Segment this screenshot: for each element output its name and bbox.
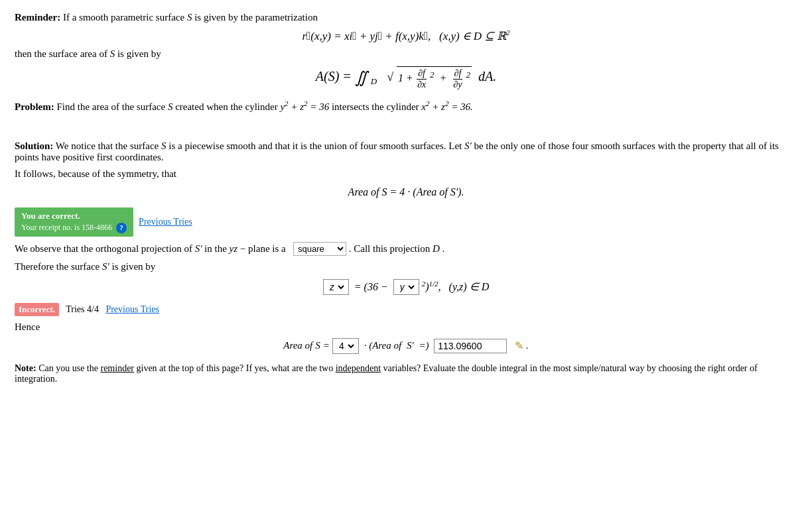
parametrization-formula: r⃗(x,y) = xi⃗ + yj⃗ + f(x,y)k⃗, (x,y) ∈ … [15,29,797,43]
solution-bold: Solution: [15,141,53,151]
reminder-S-var: S [187,12,192,23]
it-follows-line: It follows, because of the symmetry, tha… [15,168,797,180]
observe-yz: yz [230,243,238,254]
observe-text5: . [442,243,445,254]
observe-text3: − plane is a [240,243,286,254]
problem-text2: created when the cylinder [175,101,280,112]
solution-block: Solution: We notice that the surface S i… [15,141,797,163]
note-bold: Note: [15,363,36,373]
then-S: S [110,48,115,59]
problem-bold: Problem: [15,101,54,112]
area-final-text1: Area of [283,340,312,351]
incorrect-line: Incorrect. Tries 4/4 Previous Tries [15,303,797,316]
observe-text2: in the [204,243,230,254]
problem-eq2: x2 + z2 = 36. [421,101,473,112]
therefore-text1: Therefore the surface [15,261,102,272]
area-s-math: Area of S = 4 · (Area of S'). [348,186,464,198]
then-line: then the surface area of S is given by [15,48,797,60]
then-text2: is given by [117,48,161,59]
area-multiplier-select[interactable]: 4 1 2 8 [335,339,356,353]
area-final-eq2: =) [417,340,432,351]
reminder-text: If a smooth parametric surface [63,12,187,23]
observe-D: D [433,243,440,254]
area-formula-block: A(S) = ∬ D √ 1 + ∂f ∂x 2 + ∂f ∂y 2 dA. [15,66,797,90]
therefore-line: Therefore the surface S' is given by [15,261,797,272]
independent-link[interactable]: independent [336,363,381,373]
note-text2: given at the top of this page? If yes, w… [137,363,336,373]
incorrect-badge: Incorrect. [15,303,59,316]
solution-text2: is a piecewise smooth and that it is the… [169,141,464,151]
problem-line: Problem: Find the area of the surface S … [15,99,797,113]
question-circle-icon[interactable]: ? [116,223,127,233]
tries-text: Tries 4/4 [66,304,99,314]
solution-text1: We notice that the surface [56,141,161,151]
previous-tries-link-1[interactable]: Previous Tries [139,217,192,227]
note-line: Note: Can you use the reminder given at … [15,363,797,384]
therefore-S-prime: S' [102,261,109,272]
surface-var-right-select[interactable]: y x z [396,280,417,294]
observe-text1: We observe that the orthogonal projectio… [15,243,195,254]
receipt-no-text: Your receipt no. is 158-4866 ? [21,222,127,233]
area-final-block: Area of S = 4 1 2 8 · (Area of S' =) ✎ . [15,338,797,354]
therefore-text2: is given by [111,261,155,272]
solution-S-prime: S' [464,141,472,151]
correct-text: You are correct. [21,210,127,222]
receipt-line: You are correct. Your receipt no. is 158… [15,207,797,237]
edit-pencil-icon[interactable]: ✎ [515,339,523,352]
param-formula-text: r⃗(x,y) = xi⃗ + yj⃗ + f(x,y)k⃗, (x,y) ∈ … [302,30,509,42]
area-final-S: S [315,340,320,351]
area-formula-text: A(S) = ∬ D √ 1 + ∂f ∂x 2 + ∂f ∂y 2 dA. [316,69,496,84]
reminder-link[interactable]: reminder [100,363,134,373]
area-value-input[interactable] [434,339,507,353]
problem-text1: Find the area of the surface [56,101,167,112]
solution-S: S [161,141,167,151]
area-final-S-prime: S' [407,340,414,351]
reminder-bold: Reminder: [15,12,60,23]
note-text1: Can you use the [38,363,100,373]
problem-S: S [168,101,173,112]
area-final-period: . [526,340,529,351]
observe-text4: . Call this projection [349,243,433,254]
observe-S-prime: S' [195,243,202,254]
correct-receipt-box: You are correct. Your receipt no. is 158… [15,207,133,237]
hence-line: Hence [15,321,797,333]
previous-tries-link-2[interactable]: Previous Tries [105,304,159,314]
then-text1: then the surface area of [15,48,110,59]
observe-line: We observe that the orthogonal projectio… [15,242,797,256]
surface-var-left-select[interactable]: z x y [326,280,346,294]
area-s-formula: Area of S = 4 · (Area of S'). [15,186,797,198]
surface-formula-math: z x y = (36 − y x z 2)1/2, (y,z) ∈ D [323,281,489,292]
area-final-eq: = [323,340,330,351]
problem-text3: intersects the cylinder [332,101,421,112]
problem-eq1: y2 + z2 = 36 [280,101,329,112]
reminder-text2: is given by the parametrization [194,12,318,23]
surface-formula-block: z x y = (36 − y x z 2)1/2, (y,z) ∈ D [15,279,797,295]
reminder-header: Reminder: If a smooth parametric surface… [15,12,797,23]
projection-type-select[interactable]: square circle rectangle triangle [293,242,346,256]
area-final-dot: · (Area of [362,340,404,351]
